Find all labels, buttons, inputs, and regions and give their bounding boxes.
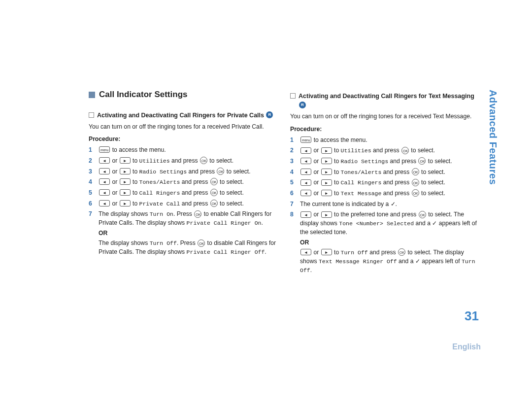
right-arrow-icon <box>321 158 332 164</box>
manual-page: Advanced Features 31 English Call Indica… <box>0 0 532 411</box>
section-tab-label: Advanced Features <box>487 90 499 185</box>
menu-icon <box>300 137 311 143</box>
menu-path: Text Message <box>341 190 382 197</box>
left-arrow-icon <box>300 211 311 218</box>
right-intro: You can turn on or off the ringing tones… <box>290 112 478 121</box>
ok-icon <box>401 147 409 154</box>
step-text: The display shows <box>99 240 150 246</box>
right-subheading: Activating and Deactivating Call Ringers… <box>290 92 478 109</box>
right-arrow-icon <box>321 249 332 255</box>
ok-icon <box>210 178 218 185</box>
right-arrow-icon <box>120 168 131 174</box>
step-number: 4 <box>89 178 95 187</box>
left-arrow-icon <box>300 158 311 164</box>
menu-path: Radio Settings <box>341 158 389 165</box>
left-column: Call Indicator Settings Activating and D… <box>89 89 276 276</box>
ok-icon <box>210 200 218 207</box>
left-arrow-icon <box>99 189 110 196</box>
right-column: Activating and Deactivating Call Ringers… <box>290 89 478 276</box>
menu-path: Private Call <box>139 201 180 207</box>
step-row: 5 or to Call Ringers and press to select… <box>89 189 276 198</box>
menu-path: Call Ringers <box>341 179 382 186</box>
right-arrow-icon <box>120 178 131 185</box>
menu-path: Radio Settings <box>139 169 187 175</box>
left-arrow-icon <box>300 179 311 186</box>
language-label: English <box>452 342 481 351</box>
right-arrow-icon <box>321 190 332 196</box>
step-row: 6 or to Text Message and press to select… <box>290 189 478 198</box>
menu-path: Call Ringers <box>139 190 180 196</box>
step-row: 5 or to Call Ringers and press to select… <box>290 178 478 187</box>
left-arrow-icon <box>300 147 311 154</box>
step-number: 2 <box>89 157 95 166</box>
display-text: Tone <Number> Selected <box>339 220 414 227</box>
ok-icon <box>194 210 201 218</box>
step-text: to select. <box>227 168 251 175</box>
outline-square-icon <box>89 112 94 118</box>
step-number: 5 <box>89 189 95 198</box>
step-text: and press <box>369 249 398 256</box>
right-arrow-icon <box>321 179 332 186</box>
ok-icon <box>418 157 426 165</box>
menu-icon <box>99 146 110 153</box>
page-number: 31 <box>465 308 479 324</box>
step-row: 7 The current tone is indicated by a ✓. <box>290 200 478 209</box>
step-row: 3 or to Radio Settings and press to sele… <box>89 168 276 176</box>
step-row: 4 or to Tones/Alerts and press to select… <box>89 178 276 187</box>
ok-icon <box>398 248 405 256</box>
menu-path: Utilities <box>341 147 371 154</box>
step-number: 6 <box>89 200 95 208</box>
step-text: to access the menu. <box>314 137 367 143</box>
step-text: to select. <box>421 190 445 197</box>
or-label: OR <box>99 229 276 238</box>
step-text: and a ✓ appears left of <box>399 258 462 265</box>
ok-icon <box>200 157 207 164</box>
left-intro: You can turn on or off the ringing tones… <box>89 123 276 132</box>
left-arrow-icon <box>99 168 110 174</box>
square-bullet-icon <box>89 92 95 98</box>
outline-square-icon <box>290 93 296 99</box>
step-text: The display shows <box>99 210 150 217</box>
step-row: 4 or to Tones/Alerts and press to select… <box>290 168 478 177</box>
procedure-label: Procedure: <box>89 135 276 144</box>
or-label: OR <box>300 239 478 247</box>
step-number: 1 <box>89 146 95 155</box>
step-row: 8 or to the preferred tone and press to … <box>290 210 478 274</box>
step-row: 1 to access the menu. <box>89 146 276 155</box>
step-number: 3 <box>290 157 296 166</box>
right-arrow-icon <box>321 147 332 154</box>
ok-icon <box>412 168 419 175</box>
right-arrow-icon <box>321 169 332 175</box>
step-text: to select. <box>220 189 244 196</box>
step-number: 3 <box>89 168 95 176</box>
menu-path: Utilities <box>139 158 170 164</box>
step-number: 7 <box>89 210 95 256</box>
step-number: 8 <box>290 210 296 274</box>
step-text: to select. <box>421 179 445 186</box>
step-text: to select. <box>411 147 435 154</box>
badge-icon: R <box>266 111 273 118</box>
ok-icon <box>198 240 205 247</box>
step-number: 5 <box>290 178 296 187</box>
ok-icon <box>217 168 224 175</box>
right-arrow-icon <box>120 200 131 206</box>
ok-icon <box>419 211 426 218</box>
step-text: The current tone is indicated by a ✓. <box>300 200 478 209</box>
step-row: 3 or to Radio Settings and press to sele… <box>290 157 478 166</box>
content-columns: Call Indicator Settings Activating and D… <box>89 89 478 276</box>
ok-icon <box>412 189 419 197</box>
left-arrow-icon <box>99 200 110 206</box>
step-number: 2 <box>290 146 296 155</box>
step-row: 1 to access the menu. <box>290 136 478 145</box>
left-arrow-icon <box>300 169 311 175</box>
menu-path: Tones/Alerts <box>341 169 382 175</box>
subheading-text: Activating and Deactivating Call Ringers… <box>299 93 474 100</box>
step-row: 7 The display shows Turn On. Press to en… <box>89 210 276 256</box>
step-text: to select. <box>220 200 244 207</box>
ok-icon <box>412 179 419 186</box>
step-row: 2 or to Utilities and press to select. <box>89 157 276 166</box>
left-arrow-icon <box>99 178 110 185</box>
step-row: 2 or to Utilities and press to select. <box>290 146 478 155</box>
display-text: Turn Off <box>150 240 177 246</box>
step-number: 1 <box>290 136 296 145</box>
